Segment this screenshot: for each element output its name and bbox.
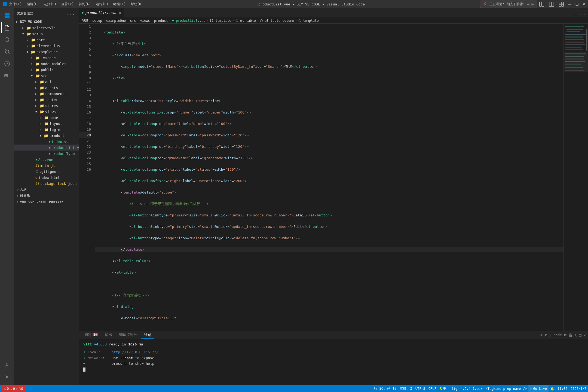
tree-router[interactable]: ▷ 📁 router: [14, 97, 79, 103]
layout-icon[interactable]: [539, 1, 544, 7]
crumb-eltable[interactable]: ⬡ el-table: [235, 19, 256, 23]
menu-terminal[interactable]: 终端(T): [113, 2, 126, 7]
crumb-eltablecolumn[interactable]: ⬡ el-table-column: [260, 19, 294, 23]
tree-vscode[interactable]: ▷ 📁 .vscode: [14, 55, 79, 61]
panel-tab-output[interactable]: 输出: [102, 331, 115, 339]
tree-stores[interactable]: ▷ 📁 stores: [14, 103, 79, 109]
split-terminal-icon[interactable]: ⊞: [564, 333, 566, 337]
local-url[interactable]: http://127.0.0.1:5173/: [112, 349, 158, 355]
close-btn[interactable]: ✕: [583, 1, 585, 7]
tree-exampleone[interactable]: ▼ 📂 exampleOne: [14, 49, 79, 55]
status-spaces[interactable]: 空格: 2: [398, 385, 414, 392]
vue-preview-section[interactable]: ▷ VUE COMPONENT PREVIEW: [14, 199, 79, 205]
status-tagname[interactable]: <TagName prop-name />: [484, 385, 529, 392]
tree-selectStyle[interactable]: ▷ 📁 selectStyle: [14, 25, 79, 31]
status-vue-version[interactable]: 4.9.4 (vue): [459, 385, 484, 392]
crumb-exampleone[interactable]: exampleOne: [106, 19, 126, 23]
tree-login[interactable]: ▷ 📁 login: [14, 127, 79, 133]
trash-icon[interactable]: 🗑: [569, 333, 572, 337]
svg-rect-16: [3, 4, 5, 6]
menu-file[interactable]: 文件(F): [9, 2, 22, 7]
project-root[interactable]: ▼ DIY VS CODE: [14, 19, 79, 25]
menu-help[interactable]: 帮助(H): [131, 2, 143, 7]
status-errors[interactable]: ⚠ 0 ⚠ 0 ⚡ 10: [2, 385, 25, 392]
status-position[interactable]: 行 20, 列 18: [372, 385, 398, 392]
panel-close-icon[interactable]: ✕: [584, 333, 586, 337]
tree-components[interactable]: ▷ 📁 components: [14, 91, 79, 97]
panel-collapse-icon[interactable]: ∧: [575, 333, 577, 337]
svg-rect-29: [565, 34, 586, 35]
sidebar-more-icon[interactable]: ...: [67, 11, 75, 16]
crumb-file[interactable]: ▼ productList.vue: [172, 19, 206, 23]
nav-prev-icon[interactable]: ◀: [527, 2, 529, 6]
activity-item-debug[interactable]: [1, 58, 12, 69]
tree-public[interactable]: ▷ 📁 public: [14, 67, 79, 73]
menu-view[interactable]: 查看(V): [61, 2, 74, 7]
tree-assets[interactable]: ▷ 📁 assets: [14, 85, 79, 91]
activity-item-search[interactable]: [1, 34, 12, 45]
terminal-content[interactable]: VITE v4.0.3 ready in 1026 ms ➜ Local: ht…: [79, 339, 588, 385]
status-encoding[interactable]: UTF-8: [414, 385, 427, 392]
crumb-template[interactable]: {} template: [210, 19, 231, 23]
tree-app-vue[interactable]: ▷ ▼ App.vue: [14, 157, 79, 163]
crumb-product[interactable]: product: [154, 19, 168, 23]
activity-item-settings[interactable]: [1, 372, 12, 382]
tab-close-icon[interactable]: ✕: [119, 11, 121, 15]
timeline-section[interactable]: ▷ 时间线: [14, 193, 79, 199]
crumb-setup[interactable]: setup: [92, 19, 102, 23]
add-terminal-icon[interactable]: +: [540, 333, 543, 337]
outline-section[interactable]: ▷ 大纲: [14, 186, 79, 193]
tree-productlist-vue[interactable]: ▷ ▼ productList.vue: [14, 145, 79, 151]
status-golive[interactable]: ⚡ Go Live: [528, 385, 549, 392]
panel-tab-terminal[interactable]: 终端: [141, 331, 154, 339]
status-bell[interactable]: 🔔: [549, 385, 556, 392]
status-ime[interactable]: S 中: [438, 385, 448, 392]
grid-icon[interactable]: [559, 1, 564, 7]
tree-elementplus[interactable]: ▷ 📁 elementPlus: [14, 43, 79, 49]
crumb-template2[interactable]: ⬡ template: [298, 19, 319, 23]
minimize-btn[interactable]: ─: [568, 1, 571, 7]
tree-layout[interactable]: ▷ 📁 layout: [14, 121, 79, 127]
tree-cart[interactable]: ▷ 📁 cart: [14, 37, 79, 43]
tree-src[interactable]: ▼ 📂 src: [14, 73, 79, 79]
tree-views[interactable]: ▼ 📂 views: [14, 109, 79, 115]
tab-productlist[interactable]: ▼ productList.vue ✕: [79, 8, 124, 17]
crumb-vue[interactable]: VUE: [82, 19, 88, 23]
tree-node-modules[interactable]: ▷ 📁 node_modules: [14, 61, 79, 67]
split-icon[interactable]: [549, 1, 554, 7]
maximize-btn[interactable]: □: [576, 1, 578, 7]
tree-index-html[interactable]: ▷ ◇ index.html: [14, 174, 79, 180]
tree-main-js[interactable]: ▷ JS main.js: [14, 163, 79, 169]
editor-split-icon[interactable]: ⊞: [574, 12, 576, 17]
panel-tab-debug[interactable]: 调试控制台: [116, 331, 140, 339]
crumb-src[interactable]: src: [130, 19, 136, 23]
panel-maximize-icon[interactable]: □: [579, 333, 581, 337]
play-icon[interactable]: ▷: [549, 333, 551, 337]
activity-item-vscode[interactable]: [1, 10, 12, 21]
tree-home[interactable]: ▷ 📁 home: [14, 115, 79, 121]
tree-package-lock[interactable]: ▷ {} package-lock.json: [14, 180, 79, 186]
minimap-scrollbar[interactable]: [586, 29, 587, 51]
tree-product[interactable]: ▼ 📂 product: [14, 133, 79, 139]
activity-item-extensions[interactable]: [1, 70, 12, 81]
activity-item-avatar[interactable]: [1, 360, 12, 370]
activity-item-git[interactable]: [1, 46, 12, 57]
tree-index-vue[interactable]: ▷ ▼ index.vue: [14, 139, 79, 145]
tree-setup[interactable]: ▼ 📂 setup: [14, 31, 79, 37]
menu-edit[interactable]: 编辑(E): [27, 2, 39, 7]
terminal-dropdown-icon[interactable]: ▼: [545, 333, 547, 337]
status-config[interactable]: nfig: [448, 385, 459, 392]
editor-more-icon[interactable]: ···: [578, 12, 586, 17]
code-content[interactable]: <template> <h1>学生列表</h1> <div class="sel…: [93, 24, 564, 331]
nav-next-icon[interactable]: ▶: [531, 2, 534, 6]
panel-tab-problems[interactable]: 问题 10: [81, 331, 101, 339]
status-eol[interactable]: CRLF: [427, 385, 438, 392]
tree-api[interactable]: ▷ 📁 api: [14, 79, 79, 85]
menu-run[interactable]: 运行(R): [96, 2, 108, 7]
tree-gitignore[interactable]: ▷ ⬡ .gitignore: [14, 169, 79, 174]
crumb-views[interactable]: views: [140, 19, 150, 23]
activity-item-explorer[interactable]: [1, 22, 12, 33]
tree-producttype-vue[interactable]: ▷ ▼ productType...: [14, 151, 79, 157]
menu-goto[interactable]: 转到(G): [79, 2, 91, 7]
menu-select[interactable]: 选择(S): [44, 2, 56, 7]
